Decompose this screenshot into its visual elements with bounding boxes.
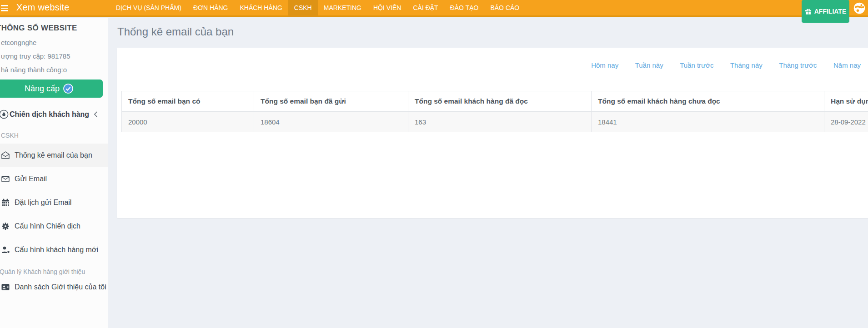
filter-last-week[interactable]: Tuần trước <box>680 61 713 69</box>
menu-label: Danh sách Giới thiệu của tôi <box>15 283 106 291</box>
col-emails-sent: Tổng số email bạn đã gửi <box>254 91 408 112</box>
table-row: 20000 18604 163 18441 28-09-2022 <box>122 112 868 132</box>
sidebar-item-send-email[interactable]: Gửi Email <box>1 167 108 191</box>
sidebar-item-schedule-email[interactable]: Đặt lịch gửi Email <box>1 191 108 214</box>
fire-circle-icon <box>0 109 9 119</box>
sidebar-traffic-count: ượng truy cập: 981785 <box>1 52 108 60</box>
date-range-filters: Hôm nay Tuần này Tuần trước Tháng này Th… <box>117 48 868 70</box>
envelope-open-icon <box>1 151 10 160</box>
menu-label: Gửi Email <box>15 175 47 183</box>
filter-last-month[interactable]: Tháng trước <box>779 61 817 69</box>
menu-label: Đặt lịch gửi Email <box>15 199 71 207</box>
nav-item-don-hang[interactable]: ĐƠN HÀNG <box>187 0 234 17</box>
menu-label: Thống kê email của bạn <box>15 151 92 159</box>
envelope-icon <box>1 174 10 184</box>
app-viewport: Xem website DỊCH VỤ (SẢN PHẨM) ĐƠN HÀNG … <box>0 0 868 328</box>
gear-icon <box>1 222 10 231</box>
sidebar-section-referral: Quản lý Khách hàng giới thiệu <box>0 268 108 275</box>
nav-item-dich-vu[interactable]: DỊCH VỤ (SẢN PHẨM) <box>110 0 187 17</box>
affiliate-label: AFFILIATE <box>814 8 847 15</box>
filter-this-week[interactable]: Tuần này <box>635 61 663 69</box>
nav-item-dao-tao[interactable]: ĐÀO TẠO <box>444 0 485 17</box>
page-title: Thống kê email của bạn <box>117 25 868 38</box>
sidebar-item-email-stats[interactable]: Thống kê email của bạn <box>0 144 108 167</box>
campaign-group-label: Chiến dịch khách hàng <box>10 110 89 119</box>
menu-label: Cấu hình Chiến dịch <box>15 222 80 230</box>
nav-item-marketing[interactable]: MARKETING <box>318 0 367 17</box>
sidebar: THÔNG SỐ WEBSITE etcongnghe ượng truy cậ… <box>0 18 108 328</box>
sidebar-item-campaign-config[interactable]: Cấu hình Chiến dịch <box>1 214 108 238</box>
sidebar-success-rate: hả năng thành công:o <box>1 66 108 74</box>
nav-item-hoi-vien[interactable]: HỘI VIÊN <box>367 0 407 17</box>
sidebar-section-cskh: CSKH <box>1 132 108 139</box>
stats-card: Hôm nay Tuần này Tuần trước Tháng này Th… <box>117 48 868 218</box>
page-header: Thống kê email của bạn Home > Thống kê e… <box>108 18 868 48</box>
nav-item-cskh[interactable]: CSKH <box>288 0 318 17</box>
cell-total-emails: 20000 <box>122 112 254 132</box>
email-stats-table: Tổng số email bạn có Tổng số email bạn đ… <box>121 91 868 132</box>
filter-this-year[interactable]: Năm nay <box>833 61 861 69</box>
affiliate-button[interactable]: AFFILIATE <box>802 0 849 23</box>
hamburger-menu-icon[interactable] <box>1 5 8 13</box>
sidebar-item-my-referrals[interactable]: Danh sách Giới thiệu của tôi <box>1 275 108 299</box>
menu-label: Cấu hình khách hàng mới <box>15 246 98 254</box>
cell-emails-unread: 18441 <box>592 112 824 132</box>
upgrade-label: Nâng cấp <box>25 84 60 94</box>
cell-expiry-date: 28-09-2022 <box>824 112 868 132</box>
address-card-icon <box>1 283 10 292</box>
filter-this-month[interactable]: Tháng này <box>730 61 763 69</box>
filter-today[interactable]: Hôm nay <box>591 61 618 69</box>
gift-icon <box>805 8 812 15</box>
sidebar-site-name: etcongnghe <box>1 39 108 46</box>
sidebar-menu: Thống kê email của bạn Gửi Email <box>1 144 108 262</box>
brand-link[interactable]: Xem website <box>16 2 70 13</box>
table-header-row: Tổng số email bạn có Tổng số email bạn đ… <box>122 91 868 112</box>
nav-item-khach-hang[interactable]: KHÁCH HÀNG <box>234 0 288 17</box>
cell-emails-read: 163 <box>408 112 592 132</box>
main-nav: DỊCH VỤ (SẢN PHẨM) ĐƠN HÀNG KHÁCH HÀNG C… <box>110 0 525 17</box>
col-total-emails: Tổng số email bạn có <box>122 91 254 112</box>
check-circle-icon <box>63 84 73 94</box>
sidebar-item-new-customer-config[interactable]: Cấu hình khách hàng mới <box>1 238 108 262</box>
upgrade-button[interactable]: Nâng cấp <box>0 80 103 98</box>
nav-item-cai-dat[interactable]: CÀI ĐẶT <box>407 0 444 17</box>
sidebar-stats-title: THÔNG SỐ WEBSITE <box>0 24 108 33</box>
globe-icon[interactable] <box>853 2 866 15</box>
cell-emails-sent: 18604 <box>254 112 408 132</box>
calendar-icon <box>1 198 10 207</box>
col-emails-read: Tổng số email khách hàng đã đọc <box>408 91 592 112</box>
nav-item-bao-cao[interactable]: BÁO CÁO <box>484 0 525 17</box>
col-expiry-date: Hạn sử dụng <box>824 91 868 112</box>
user-plus-icon <box>1 245 10 254</box>
chevron-left-icon[interactable] <box>94 111 98 118</box>
col-emails-unread: Tổng số email khách hàng chưa đọc <box>592 91 824 112</box>
top-navbar: Xem website DỊCH VỤ (SẢN PHẨM) ĐƠN HÀNG … <box>0 0 868 17</box>
sidebar-group-campaign[interactable]: Chiến dịch khách hàng <box>1 109 108 119</box>
